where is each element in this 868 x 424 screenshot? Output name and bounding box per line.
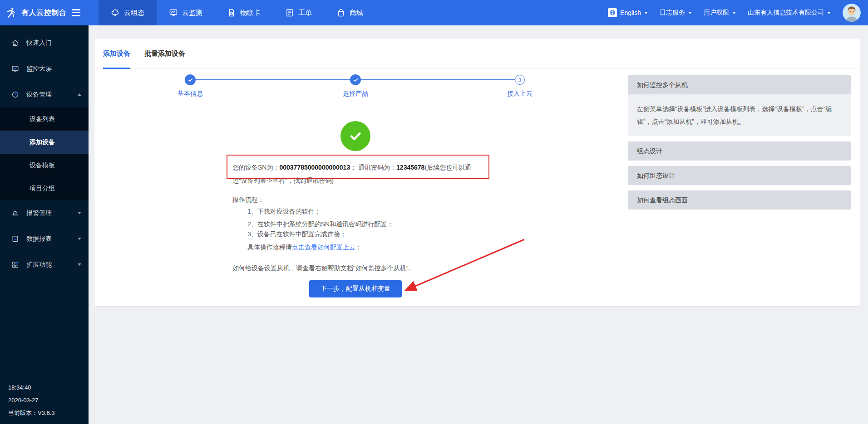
avatar[interactable]	[843, 4, 861, 22]
chevron-down-icon	[688, 12, 692, 14]
step-3-current: 3	[515, 75, 525, 85]
next-step-button[interactable]: 下一步，配置从机和变量	[309, 280, 402, 297]
process-title: 操作流程：	[232, 195, 264, 204]
report-icon	[11, 235, 19, 243]
sidebar-item-big-screen[interactable]: 监控大屏	[0, 56, 89, 82]
chevron-down-icon	[78, 263, 81, 266]
current-date: 2020-03-27	[8, 394, 55, 407]
help-item-monitor-multiple-slaves[interactable]: 如何监控多个从机	[628, 75, 851, 94]
check-icon	[353, 77, 359, 83]
step-3-label: 接入上云	[507, 90, 533, 98]
step-1-label: 基本信息	[178, 90, 203, 98]
brand: 有人云控制台	[0, 7, 89, 19]
menu-toggle-icon[interactable]	[72, 9, 80, 16]
cloud-icon	[111, 8, 120, 17]
top-navbar: 有人云控制台 云组态 云监测	[0, 0, 868, 25]
slave-hint: 如何给设备设置从机，请查看右侧帮助文档“如何监控多个从机”。	[232, 263, 414, 273]
sidebar-item-alarm-management[interactable]: 报警管理	[0, 200, 89, 226]
sidebar-item-project-group[interactable]: 项目分组	[0, 177, 89, 200]
step-2-label: 选择产品	[343, 90, 368, 98]
check-icon	[187, 77, 193, 83]
help-body-monitor-multiple-slaves: 左侧菜单选择“设备模板”进入设备模板列表，选择“设备模板”，点击“编辑”，点击“…	[628, 94, 851, 136]
navbar-right: English 日志服务 用户权限 山东有人信息技术有限公司	[608, 4, 868, 22]
version-label: 当前版本：V3.6.3	[8, 407, 55, 419]
sidebar-item-device-list[interactable]: 设备列表	[0, 107, 89, 131]
nav-item-work-order[interactable]: 工单	[273, 0, 324, 25]
app-title: 有人云控制台	[21, 8, 66, 18]
nav-item-cloud-scada[interactable]: 云组态	[99, 0, 157, 25]
chevron-down-icon	[78, 212, 81, 214]
sidebar-item-add-device[interactable]: 添加设备	[0, 131, 89, 154]
chevron-down-icon	[78, 238, 81, 240]
usr-logo-icon	[5, 7, 17, 19]
company-menu[interactable]: 山东有人信息技术有限公司	[748, 9, 831, 17]
extensions-icon	[11, 261, 19, 269]
sidebar: 快速入门 监控大屏 设备管理 设备列表 添加设备 设备模板	[0, 25, 89, 424]
primary-nav: 云组态 云监测 物联卡	[99, 0, 375, 25]
work-order-icon	[285, 8, 294, 17]
user-permissions-menu[interactable]: 用户权限	[704, 9, 736, 17]
add-device-card: 添加设备 批量添加设备 3 基本信息 选择产品 接入上云	[94, 39, 860, 306]
language-selector[interactable]: English	[608, 8, 648, 17]
current-time: 18:34:40	[8, 381, 55, 394]
device-management-submenu: 设备列表 添加设备 设备模板 项目分组	[0, 107, 89, 200]
monitor-chart-icon	[169, 8, 178, 17]
help-panel: 如何监控多个从机 左侧菜单选择“设备模板”进入设备模板列表，选择“设备模板”，点…	[628, 75, 851, 210]
sim-card-icon	[227, 8, 236, 17]
shop-icon	[336, 8, 345, 17]
sidebar-item-data-report[interactable]: 数据报表	[0, 226, 89, 252]
how-to-configure-link[interactable]: 点击查看如何配置上云	[292, 244, 355, 251]
help-item-view-scada-screen[interactable]: 如何查看组态画面	[628, 190, 851, 210]
process-step-2: 2、在软件中把系统分配的SN和通讯密码进行配置；	[247, 219, 393, 229]
big-screen-icon	[11, 65, 19, 73]
nav-item-mall[interactable]: 商城	[324, 0, 375, 25]
device-sn-value: 00037785000000000013	[279, 164, 350, 171]
sn-line: 您的设备SN为：00037785000000000013； 通讯密码为：1234…	[232, 163, 471, 172]
log-service-menu[interactable]: 日志服务	[660, 9, 692, 17]
chevron-down-icon	[732, 12, 736, 14]
nav-item-cloud-monitor[interactable]: 云监测	[157, 0, 215, 25]
help-item-scada-design[interactable]: 组态设计	[628, 141, 851, 161]
sidebar-footer: 18:34:40 2020-03-27 当前版本：V3.6.3	[8, 381, 55, 419]
chevron-down-icon	[644, 12, 648, 14]
process-detail: 具体操作流程请点击查看如何配置上云；	[247, 243, 362, 252]
step-2-done	[350, 74, 361, 85]
sidebar-item-extensions[interactable]: 扩展功能	[0, 252, 89, 278]
home-icon	[11, 39, 19, 47]
sidebar-item-quick-start[interactable]: 快速入门	[0, 30, 89, 56]
process-step-3: 3、设备已在软件中配置完成连接；	[247, 229, 346, 239]
sn-line-2: 过“设备列表->查看”，找到通讯密码)	[232, 176, 334, 185]
chevron-up-icon	[78, 93, 81, 96]
main-area: 添加设备 批量添加设备 3 基本信息 选择产品 接入上云	[89, 25, 868, 424]
comm-password-value: 12345678	[396, 164, 424, 171]
help-item-how-to-scada-design[interactable]: 如何组态设计	[628, 166, 851, 185]
sidebar-item-device-template[interactable]: 设备模板	[0, 154, 89, 177]
nav-item-iot-card[interactable]: 物联卡	[215, 0, 273, 25]
globe-icon	[608, 8, 617, 17]
success-check-icon	[340, 121, 370, 151]
device-manage-icon	[11, 91, 19, 99]
alarm-icon	[11, 209, 19, 217]
process-step-1: 1、下载对应设备的软件；	[247, 207, 321, 216]
chevron-down-icon	[827, 12, 831, 14]
step-1-done	[185, 74, 196, 85]
sidebar-item-device-management[interactable]: 设备管理	[0, 82, 89, 107]
